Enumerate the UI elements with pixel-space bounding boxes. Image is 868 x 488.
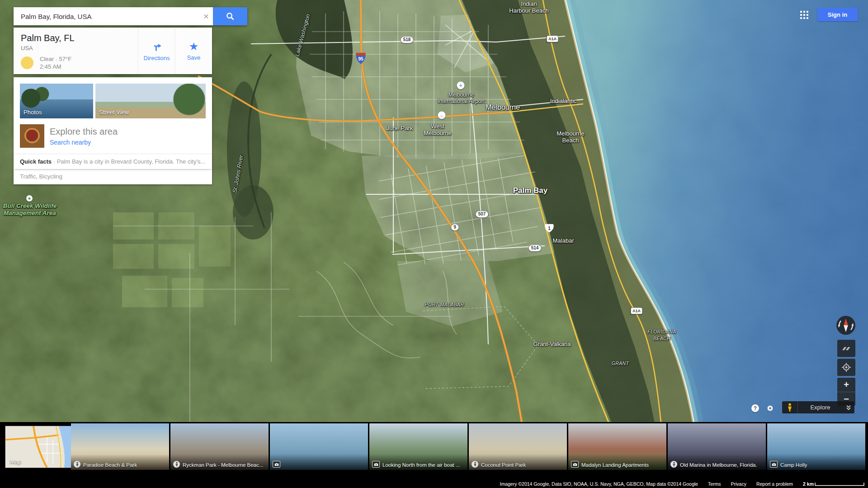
carousel-item-label: Coconut Point Park [481,462,526,468]
place-info-card: Palm Bay, FL USA Clear · 57°F 2:45 AM Di… [14,28,212,74]
place-subtitle: USA [21,45,138,52]
my-location-icon [841,362,852,373]
map-scale: 2 km [803,481,864,487]
camera-icon [770,461,778,468]
directions-button[interactable]: Directions [138,28,175,74]
photos-thumbnail[interactable]: Photos [20,84,93,118]
camera-icon [273,461,280,468]
weather-text: Clear · 57°F [40,55,71,63]
search-nearby-link[interactable]: Search nearby [50,139,118,146]
search-box: × [14,7,247,25]
carousel-item-label: Old Marina in Melbourne, Florida. [680,462,757,468]
explore-area-photo[interactable] [20,124,44,148]
compass-icon [836,315,856,335]
pegman-icon [787,403,793,412]
quick-facts-label: Quick facts [20,158,52,165]
carousel-item-label: Madalyn Landing Apartments [581,462,649,468]
carousel-photo-item[interactable]: Coconut Point Park [469,423,567,470]
carousel-photo-item[interactable]: Paradise Beach & Park [71,423,169,470]
explore-card: Photos Street View Explore this area Sea… [14,77,212,184]
streetview-icon [74,461,80,468]
carousel-photo-item[interactable]: Looking North from the air boat ... [369,423,467,470]
map-attribution: Imagery ©2014 Google, Data SIO, NOAA, U.… [500,481,698,487]
streetview-icon [173,461,180,468]
traffic-bicycling-links[interactable]: Traffic, Bicycling [14,169,212,184]
weather-sun-icon [21,56,33,69]
sign-in-button[interactable]: Sign in [817,8,858,21]
save-button[interactable]: ★ Save [175,28,212,74]
carousel-photo-item[interactable]: Ryckman Park - Melbourne Beac... [170,423,269,470]
settings-gear-icon[interactable] [766,404,774,414]
carousel-item-label: Camp Holly [780,462,807,468]
photo-carousel: Map [0,422,868,488]
place-title: Palm Bay, FL [21,33,138,43]
search-input[interactable] [20,12,199,21]
carousel-item-label: Ryckman Park - Melbourne Beac... [183,462,263,468]
report-problem-link[interactable]: Report a problem [756,481,793,487]
explore-bar[interactable]: Explore [782,401,854,413]
privacy-link[interactable]: Privacy [731,481,746,487]
status-bar: Imagery ©2014 Google, Data SIO, NOAA, U.… [0,480,868,488]
carousel-photo-item[interactable]: Old Marina in Melbourne, Florida. [668,423,766,470]
search-icon [226,12,235,21]
streetview-icon [472,461,478,468]
map-tile-label: Map [10,458,21,465]
explore-area-title: Explore this area [50,127,118,137]
carousel-item-label: Paradise Beach & Park [83,462,137,468]
camera-icon [571,461,579,468]
carousel-photo-item[interactable] [270,423,368,470]
tilt-view-button[interactable] [837,340,855,357]
carousel-photo-item[interactable]: Camp Holly [767,423,865,470]
streetview-icon [670,461,677,468]
terms-link[interactable]: Terms [708,481,721,487]
explore-bar-label: Explore [798,404,843,411]
my-location-button[interactable] [837,359,855,376]
help-icon[interactable]: ? [751,404,759,412]
scale-bar [815,482,864,486]
streetview-label: Street View [99,109,129,116]
zoom-in-button[interactable]: + [837,378,855,392]
map-mode-tile[interactable]: Map [5,426,73,468]
streetview-thumbnail[interactable]: Street View [95,84,206,118]
carousel-items: Paradise Beach & Park [71,423,868,470]
compass-control[interactable] [836,315,856,335]
directions-icon [151,41,163,52]
apps-grid-icon[interactable] [800,11,808,19]
quick-facts[interactable]: Quick facts · Palm Bay is a city in Brev… [14,154,212,169]
quick-facts-text: · Palm Bay is a city in Brevard County, … [52,158,205,165]
save-star-icon: ★ [189,41,199,52]
carousel-photo-item[interactable]: Madalyn Landing Apartments [568,423,666,470]
carousel-item-label: Looking North from the air boat ... [382,462,460,468]
chevron-double-down-icon[interactable] [843,404,854,411]
local-time: 2:45 AM [40,63,71,70]
tilt-icon [841,344,852,352]
search-button[interactable] [213,7,247,25]
camera-icon [372,461,380,468]
scale-label: 2 km [803,481,814,487]
pegman-handle[interactable] [782,401,798,413]
photos-label: Photos [24,109,42,116]
close-icon[interactable]: × [199,7,213,25]
